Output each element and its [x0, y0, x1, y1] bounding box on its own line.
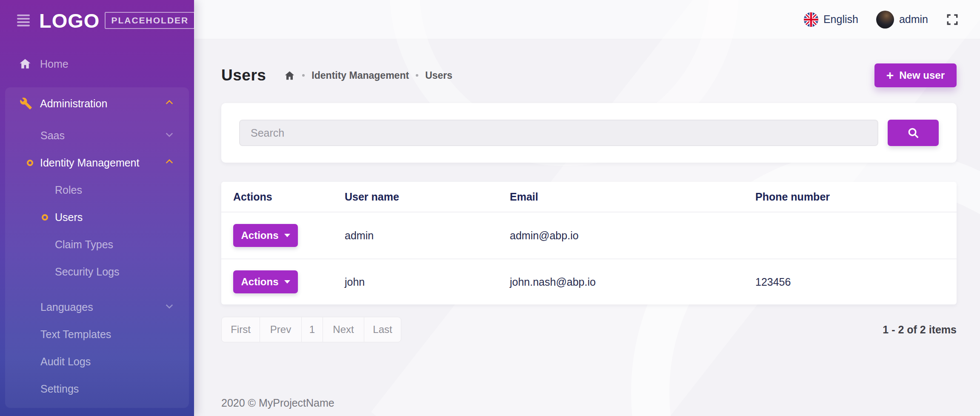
logo[interactable]: LOGO PLACEHOLDER: [39, 9, 195, 32]
sidebar-item-label: Users: [55, 211, 83, 224]
home-icon: [18, 57, 32, 70]
pager: First Prev 1 Next Last: [221, 317, 401, 342]
sidebar-item-audit-logs[interactable]: Audit Logs: [5, 348, 189, 375]
caret-down-icon: [284, 234, 290, 237]
breadcrumb-users: Users: [425, 70, 452, 81]
sidebar-item-users[interactable]: Users: [5, 204, 189, 231]
sidebar-item-label: Settings: [40, 383, 79, 395]
sidebar-item-label: Identity Management: [40, 157, 139, 169]
chevron-down-icon: [166, 130, 173, 137]
breadcrumb: Identity Management Users: [284, 70, 452, 81]
avatar: [876, 11, 894, 29]
page-title: Users: [221, 66, 266, 84]
logo-placeholder-text: PLACEHOLDER: [105, 12, 195, 29]
cell-email: john.nash@abp.io: [510, 276, 755, 288]
topbar: English admin: [194, 0, 980, 39]
sidebar-item-identity-management[interactable]: Identity Management: [5, 149, 189, 176]
actions-label: Actions: [241, 230, 278, 241]
sidebar-item-claim-types[interactable]: Claim Types: [5, 231, 189, 258]
pagination-row: First Prev 1 Next Last 1 - 2 of 2 items: [221, 317, 957, 342]
active-bullet-icon: [27, 160, 33, 166]
home-icon: [284, 70, 295, 81]
cell-user-name: admin: [345, 230, 510, 242]
sidebar: LOGO PLACEHOLDER Home Administration Saa…: [0, 0, 194, 416]
sidebar-item-languages[interactable]: Languages: [5, 293, 189, 321]
breadcrumb-identity-management[interactable]: Identity Management: [311, 70, 409, 81]
language-selector[interactable]: English: [804, 12, 858, 27]
table-row: Actions john john.nash@abp.io 123456: [221, 258, 957, 304]
search-button[interactable]: [888, 120, 939, 146]
row-actions-button[interactable]: Actions: [233, 224, 298, 247]
new-user-label: New user: [899, 69, 945, 81]
pagination-page-1[interactable]: 1: [302, 317, 323, 342]
table-header-row: Actions User name Email Phone number: [221, 182, 957, 212]
fullscreen-button[interactable]: [946, 13, 959, 26]
chevron-up-icon: [166, 159, 173, 166]
sidebar-item-label: Security Logs: [55, 266, 119, 278]
username-label: admin: [899, 13, 928, 26]
wrench-icon: [19, 97, 33, 110]
cell-phone: 123456: [755, 276, 957, 288]
breadcrumb-separator: [416, 74, 418, 77]
uk-flag-icon: [804, 12, 818, 27]
chevron-up-icon: [166, 100, 173, 107]
users-table: Actions User name Email Phone number Act…: [221, 182, 957, 304]
pagination-prev[interactable]: Prev: [260, 317, 302, 342]
search-input[interactable]: [239, 120, 878, 146]
sidebar-item-label: Roles: [55, 184, 82, 196]
chevron-down-icon: [166, 301, 173, 309]
search-icon: [907, 126, 920, 139]
pagination-first[interactable]: First: [222, 317, 260, 342]
table-row: Actions admin admin@abp.io: [221, 212, 957, 258]
logo-text: LOGO: [39, 9, 100, 32]
user-menu[interactable]: admin: [876, 11, 928, 29]
sidebar-item-text-templates[interactable]: Text Templates: [5, 321, 189, 348]
language-label: English: [823, 13, 858, 26]
sidebar-item-label: Saas: [40, 129, 65, 142]
app-screen: LOGO PLACEHOLDER Home Administration Saa…: [0, 0, 980, 416]
sidebar-item-saas[interactable]: Saas: [5, 122, 189, 149]
sidebar-item-label: Administration: [40, 98, 107, 110]
breadcrumb-home[interactable]: [284, 70, 295, 81]
active-bullet-icon: [42, 214, 48, 221]
sidebar-item-security-logs[interactable]: Security Logs: [5, 258, 189, 285]
column-header-actions[interactable]: Actions: [233, 191, 345, 203]
sidebar-item-settings[interactable]: Settings: [5, 375, 189, 402]
sidebar-admin-panel: Administration Saas Identity Management …: [5, 87, 189, 408]
page-header: Users Identity Management Users + New us…: [221, 63, 957, 88]
sidebar-item-label: Claim Types: [55, 238, 113, 251]
pagination-next[interactable]: Next: [323, 317, 364, 342]
pagination-last[interactable]: Last: [364, 317, 401, 342]
sidebar-item-label: Audit Logs: [40, 356, 91, 368]
cell-email: admin@abp.io: [510, 230, 755, 242]
actions-label: Actions: [241, 276, 278, 288]
sidebar-item-roles[interactable]: Roles: [5, 176, 189, 204]
column-header-phone[interactable]: Phone number: [755, 191, 957, 203]
sidebar-item-label: Languages: [40, 301, 93, 313]
cell-user-name: john: [345, 276, 510, 288]
sidebar-item-administration[interactable]: Administration: [5, 90, 189, 117]
sidebar-header: LOGO PLACEHOLDER: [0, 0, 194, 41]
footer-copyright: 2020 © MyProjectName: [221, 397, 957, 409]
sidebar-item-home[interactable]: Home: [0, 50, 194, 77]
new-user-button[interactable]: + New user: [874, 63, 957, 87]
pagination-summary: 1 - 2 of 2 items: [883, 324, 957, 336]
caret-down-icon: [284, 280, 290, 284]
sidebar-item-label: Text Templates: [40, 328, 111, 341]
column-header-email[interactable]: Email: [510, 191, 755, 203]
sidebar-item-label: Home: [40, 58, 69, 70]
hamburger-menu-icon[interactable]: [17, 14, 30, 26]
search-card: [221, 103, 957, 163]
main-area: English admin Users: [194, 0, 980, 416]
row-actions-button[interactable]: Actions: [233, 270, 298, 293]
column-header-user-name[interactable]: User name: [345, 191, 510, 203]
breadcrumb-separator: [302, 74, 305, 77]
fullscreen-icon: [946, 13, 959, 26]
